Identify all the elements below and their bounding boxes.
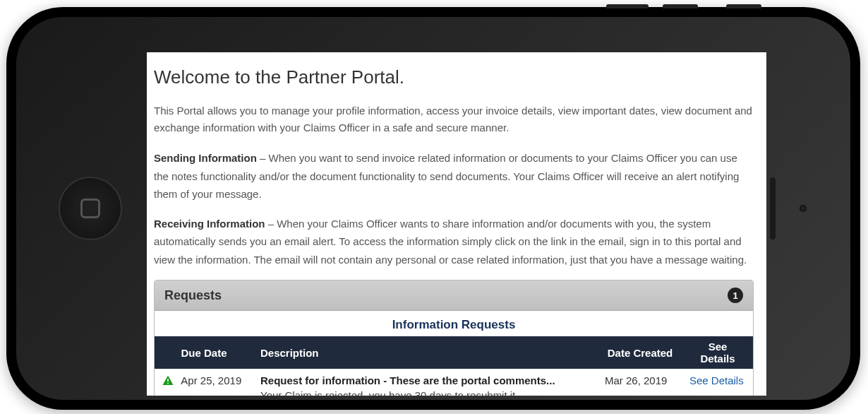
- description-sub: Your Claim is rejected, you have 30 days…: [260, 389, 591, 396]
- col-see-details[interactable]: See Details: [682, 336, 753, 369]
- front-camera: [798, 203, 808, 213]
- phone-frame: Welcome to the Partner Portal. This Port…: [6, 7, 860, 410]
- description-main: Request for information - These are the …: [260, 374, 591, 386]
- phone-top-button: [726, 4, 761, 8]
- receiving-info-text: Receiving Information – When your Claims…: [154, 215, 754, 269]
- requests-title: Requests: [164, 288, 222, 303]
- requests-table: Due Date Description Date Created See De…: [155, 336, 753, 396]
- warning-icon: [162, 374, 174, 389]
- sending-label: Sending Information: [154, 152, 257, 164]
- col-date-created[interactable]: Date Created: [598, 336, 682, 369]
- phone-top-button: [606, 4, 649, 8]
- col-description[interactable]: Description: [253, 336, 598, 369]
- page-title: Welcome to the Partner Portal.: [154, 66, 754, 88]
- svg-rect-0: [167, 379, 169, 382]
- table-header-row: Due Date Description Date Created See De…: [155, 336, 753, 369]
- phone-bezel: Welcome to the Partner Portal. This Port…: [16, 17, 850, 400]
- svg-rect-1: [167, 383, 169, 384]
- phone-top-button: [663, 4, 698, 8]
- col-due-date[interactable]: Due Date: [155, 336, 253, 369]
- requests-count-badge: 1: [728, 288, 743, 303]
- home-button-icon: [80, 199, 100, 218]
- table-subtitle: Information Requests: [155, 311, 753, 336]
- cell-see-details: See Details: [682, 369, 753, 396]
- screen-content: Welcome to the Partner Portal. This Port…: [147, 52, 766, 396]
- table-row: Apr 25, 2019 Request for information - T…: [155, 369, 753, 396]
- home-button[interactable]: [59, 177, 122, 240]
- cell-date-created: Mar 26, 2019: [598, 369, 682, 396]
- due-date-text: Apr 25, 2019: [181, 374, 241, 386]
- cell-description: Request for information - These are the …: [253, 369, 598, 396]
- requests-panel: Requests 1 Information Requests Due Date…: [154, 280, 754, 396]
- intro-text: This Portal allows you to manage your pr…: [154, 102, 754, 136]
- see-details-link[interactable]: See Details: [689, 374, 744, 386]
- receiving-label: Receiving Information: [154, 218, 265, 230]
- speaker: [769, 177, 776, 240]
- cell-due-date: Apr 25, 2019: [155, 369, 253, 396]
- sending-info-text: Sending Information – When you want to s…: [154, 149, 754, 203]
- requests-header[interactable]: Requests 1: [155, 280, 753, 311]
